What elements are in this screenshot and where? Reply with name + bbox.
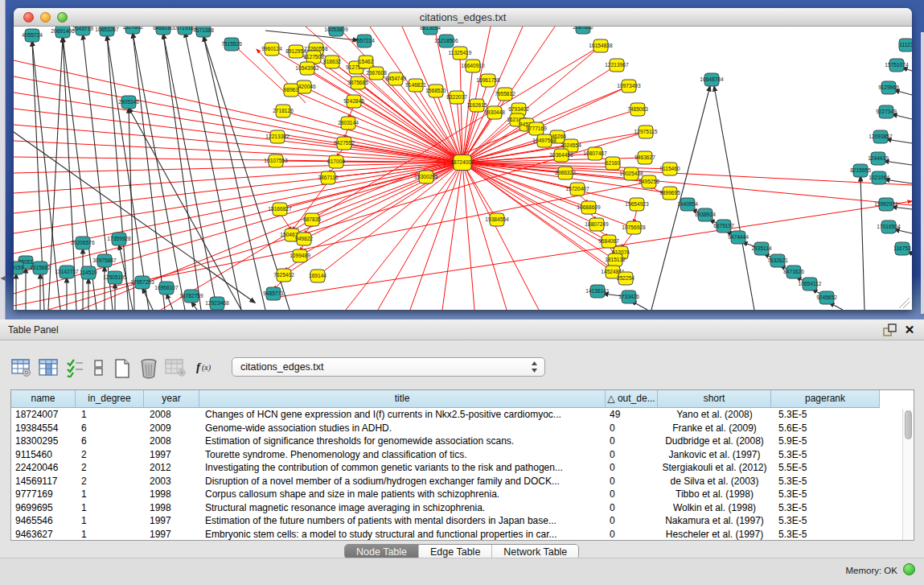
table-cell[interactable]: 5.3E-5 [771,408,880,422]
table-cell[interactable]: 1 [76,488,144,501]
table-cell[interactable]: 18300295 [11,435,76,448]
table-cell[interactable]: 2 [76,461,144,475]
network-node[interactable]: 15751074 [885,59,909,72]
network-node[interactable]: 2986322 [555,167,576,179]
network-node[interactable]: 116753 [893,242,911,255]
table-cell[interactable]: 5.6E-5 [771,422,880,435]
table-cell[interactable]: 1997 [144,528,199,542]
network-edge[interactable] [107,35,129,310]
table-cell[interactable]: 0 [606,501,658,515]
table-cell[interactable]: Changes of HCN gene expression and I(f) … [199,408,606,422]
table-row[interactable]: 1938455462009Genome-wide association stu… [11,422,902,435]
network-node[interactable]: 15720407 [565,183,589,196]
network-node[interactable]: 8495256 [639,175,659,188]
table-cell[interactable]: 5.3E-5 [771,514,880,528]
network-node[interactable]: 7557224 [354,35,375,47]
table-cell[interactable]: 5.3E-5 [771,488,880,501]
network-edge[interactable] [348,123,462,163]
table-cell[interactable]: 1 [76,408,144,422]
delete-table-icon[interactable] [138,358,159,379]
table-cell[interactable]: 0 [606,461,658,475]
table-cell[interactable]: 0 [606,488,658,501]
network-edge[interactable] [280,163,462,209]
column-header-title[interactable]: title [199,390,606,408]
network-node[interactable]: 12505195 [103,271,127,284]
network-node[interactable]: 30975887 [92,254,117,267]
table-cell[interactable]: Disruption of a novel member of a sodium… [199,475,606,488]
network-node[interactable]: 39159 [14,262,23,274]
table-cell[interactable]: 0 [606,422,658,435]
table-cell[interactable]: 6 [76,422,144,435]
import-table-icon[interactable] [165,358,186,379]
panel-collapse-arrow-icon[interactable]: ◀ [0,274,6,283]
table-row[interactable]: 977716911998Corpus callosum shape and si… [11,488,902,501]
table-cell[interactable]: 0 [606,514,658,528]
table-cell[interactable]: de Silva et al. (2003) [658,475,771,488]
table-cell[interactable]: Structural magnetic resonance image aver… [199,501,606,515]
network-node[interactable]: 169144 [309,270,326,282]
network-node[interactable]: 9245652 [816,291,837,304]
network-node[interactable]: 8938924 [695,208,716,221]
network-node[interactable]: 16648784 [700,73,724,86]
network-node[interactable]: 9899695 [659,187,680,200]
network-edge[interactable] [378,163,462,310]
table-cell[interactable]: 22420046 [11,461,76,475]
table-cell[interactable]: Tourette syndrome. Phenomenology and cla… [199,448,606,462]
network-node[interactable]: 7632621 [767,254,788,267]
table-row[interactable]: 946362711997Embryonic stem cells: a mode… [11,528,902,542]
table-cell[interactable]: 9465546 [11,514,76,528]
column-header-in_degree[interactable]: in_degree [76,390,144,408]
column-header-pagerank[interactable]: pagerank [771,390,880,408]
network-node[interactable]: 2803144 [338,117,359,130]
table-cell[interactable]: Stergiakouli et al. (2012) [658,461,771,475]
table-selector-dropdown[interactable]: citations_edges.txt [232,357,545,377]
table-scrollbar[interactable] [902,409,913,540]
table-cell[interactable]: 2009 [144,422,199,435]
network-edge[interactable] [163,34,217,310]
table-cell[interactable]: 5.5E-5 [771,461,880,475]
network-edge[interactable] [203,36,265,310]
network-node[interactable]: 10756928 [622,221,646,234]
table-cell[interactable]: 14569117 [11,475,76,488]
network-node[interactable]: 587835 [303,213,321,226]
table-row[interactable]: 1872400712008Changes of HCN gene express… [11,408,902,422]
network-node[interactable]: 8427552 [334,137,355,150]
network-node[interactable]: 949822 [295,233,313,245]
network-node[interactable]: 3867110 [318,171,339,184]
network-node[interactable]: 17359928 [107,233,131,245]
network-edge[interactable] [14,163,462,173]
table-cell[interactable]: Franke et al. (2009) [658,422,771,435]
network-node[interactable]: 16958107 [154,282,179,295]
network-node[interactable]: 818632 [323,56,341,68]
network-node[interactable]: 7515526 [221,38,242,51]
network-node[interactable]: 1527602 [122,27,143,34]
network-node[interactable]: 10973493 [617,80,641,93]
network-edge[interactable] [894,90,912,95]
canvas-resize-grip[interactable] [899,298,910,308]
table-cell[interactable]: 2 [76,448,144,462]
network-node[interactable]: 62160 [606,157,621,170]
network-edge[interactable] [185,32,241,310]
scrollbar-thumb[interactable] [905,410,912,439]
network-node[interactable]: 20691406 [51,27,75,38]
network-node[interactable]: 4671388 [193,27,214,37]
network-node[interactable]: 252254 [617,272,634,285]
table-cell[interactable]: 9463627 [11,528,76,542]
table-cell[interactable]: 5.3E-5 [771,475,880,488]
network-edge[interactable] [894,229,912,233]
network-node[interactable]: 1315682 [30,262,51,274]
network-node[interactable]: 20206576 [71,237,95,249]
table-settings-icon[interactable] [11,358,32,379]
network-canvas[interactable]: 4055724206914062043719106532871527602646… [14,27,912,310]
network-node[interactable]: 13142737 [55,266,79,278]
network-edge[interactable] [133,33,165,310]
network-node[interactable]: 2087662 [573,27,593,34]
network-node[interactable]: 17957253 [130,276,154,289]
network-node[interactable]: 9474444 [728,231,749,244]
table-cell[interactable]: 5.9E-5 [771,435,880,448]
network-node[interactable]: 9485771 [263,287,284,300]
network-edge[interactable] [14,109,462,163]
table-cell[interactable]: 1997 [144,514,199,528]
network-node[interactable]: 10653287 [95,27,119,36]
network-node[interactable]: 19384554 [485,213,509,226]
